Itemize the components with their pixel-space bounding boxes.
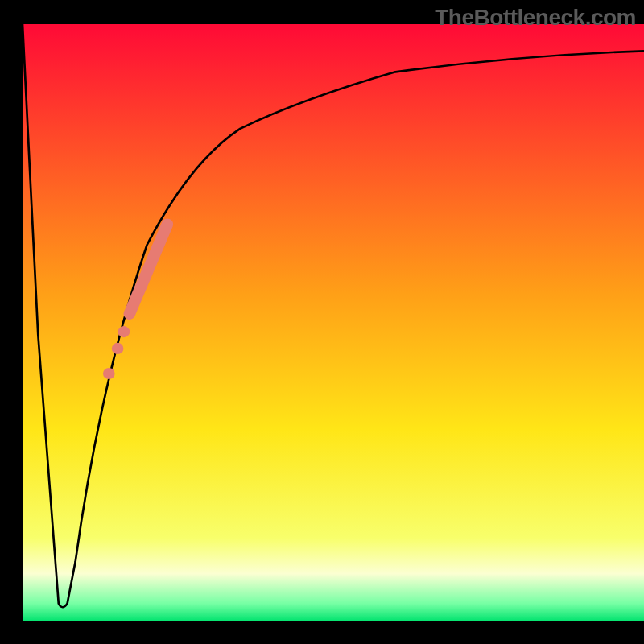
gradient-background — [23, 24, 644, 621]
highlight-dot — [118, 326, 130, 337]
chart-container: TheBottleneck.com — [0, 0, 644, 644]
highlight-dot — [103, 368, 115, 379]
watermark-text: TheBottleneck.com — [435, 5, 636, 31]
chart-svg — [23, 24, 644, 621]
plot-area — [23, 24, 644, 621]
highlight-dot — [112, 343, 124, 354]
